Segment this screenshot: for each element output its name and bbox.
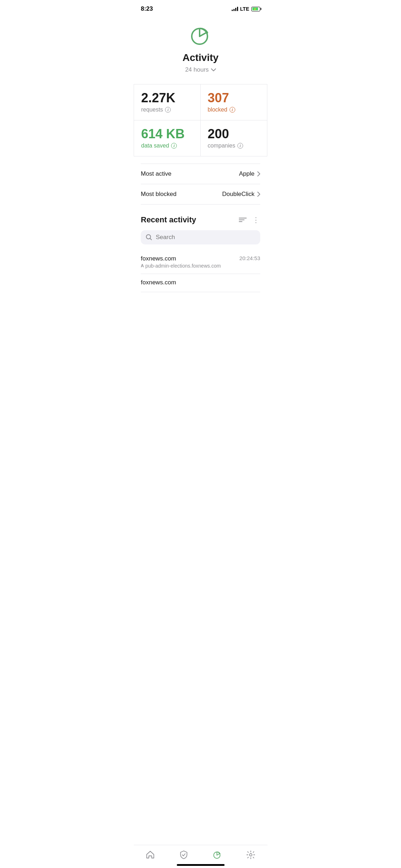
most-active-value: Apple: [239, 170, 255, 177]
activity-domain: foxnews.com: [141, 255, 176, 262]
chevron-right-icon: [257, 171, 260, 176]
companies-value: 200: [208, 128, 260, 140]
page-title: Activity: [182, 52, 219, 63]
activity-item-top: foxnews.com: [141, 279, 260, 286]
app-header: Activity 24 hours: [134, 16, 267, 77]
recent-activity-actions: ⋮: [239, 216, 260, 224]
blocked-label: blocked i: [208, 107, 260, 113]
chevron-down-icon: [211, 68, 216, 72]
requests-value: 2.27K: [141, 92, 193, 104]
chevron-right-icon: [257, 192, 260, 197]
time-filter-dropdown[interactable]: 24 hours: [185, 66, 216, 73]
recent-activity-section: Recent activity ⋮ foxnews.com: [134, 215, 267, 292]
recent-activity-header: Recent activity ⋮: [141, 215, 260, 224]
activity-time: 20:24:53: [240, 255, 260, 261]
activity-item[interactable]: foxnews.com: [141, 274, 260, 292]
activity-item[interactable]: foxnews.com 20:24:53 A pub-admin-electio…: [141, 250, 260, 274]
activity-list: foxnews.com 20:24:53 A pub-admin-electio…: [141, 250, 260, 292]
blocked-value: 307: [208, 92, 260, 104]
most-active-value-group: Apple: [239, 170, 260, 177]
most-blocked-value-group: DoubleClick: [222, 191, 260, 198]
most-blocked-label: Most blocked: [141, 191, 176, 198]
recent-activity-title: Recent activity: [141, 215, 196, 224]
stat-companies: 200 companies i: [201, 120, 267, 156]
search-input[interactable]: [156, 234, 255, 241]
more-options-icon[interactable]: ⋮: [252, 216, 260, 224]
most-blocked-value: DoubleClick: [222, 191, 255, 198]
companies-info-icon[interactable]: i: [237, 143, 243, 149]
data-saved-label: data saved i: [141, 143, 193, 149]
activity-domain: foxnews.com: [141, 279, 176, 286]
stat-data-saved: 614 KB data saved i: [134, 120, 201, 156]
stats-grid: 2.27K requests i 307 blocked i 614 KB da…: [134, 84, 267, 156]
stat-blocked: 307 blocked i: [201, 84, 267, 120]
blocked-info-icon[interactable]: i: [230, 107, 235, 113]
time-filter-label: 24 hours: [185, 66, 209, 73]
status-time: 8:23: [141, 5, 153, 12]
companies-label: companies i: [208, 143, 260, 149]
stat-requests: 2.27K requests i: [134, 84, 201, 120]
most-active-label: Most active: [141, 170, 171, 177]
pie-chart-icon: [188, 23, 213, 48]
requests-info-icon[interactable]: i: [165, 107, 171, 113]
activity-subdomain: A pub-admin-elections.foxnews.com: [141, 263, 260, 269]
requests-label: requests i: [141, 107, 193, 113]
most-active-row[interactable]: Most active Apple: [141, 164, 260, 184]
search-box[interactable]: [141, 230, 260, 244]
signal-bars-icon: [232, 7, 238, 11]
most-blocked-row[interactable]: Most blocked DoubleClick: [141, 184, 260, 205]
search-icon: [146, 234, 152, 241]
data-saved-value: 614 KB: [141, 128, 193, 140]
lte-label: LTE: [240, 6, 249, 12]
filter-icon[interactable]: [239, 218, 247, 222]
status-bar: 8:23 LTE ⚡: [134, 0, 267, 16]
status-right: LTE ⚡: [232, 6, 260, 12]
activity-item-top: foxnews.com 20:24:53: [141, 255, 260, 262]
data-saved-info-icon[interactable]: i: [171, 143, 177, 149]
info-rows: Most active Apple Most blocked DoubleCli…: [134, 164, 267, 205]
battery-icon: ⚡: [251, 7, 260, 11]
